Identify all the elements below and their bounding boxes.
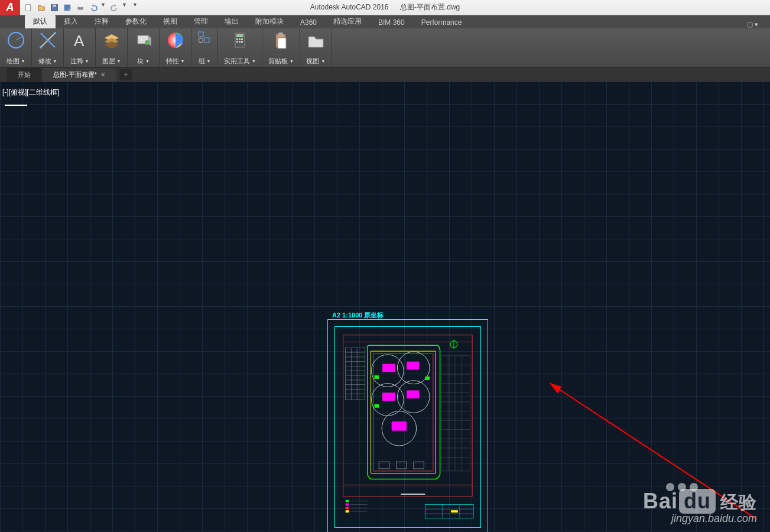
svg-rect-23 (241, 38, 243, 40)
svg-line-7 (16, 37, 22, 40)
svg-text:A: A (74, 32, 85, 50)
svg-rect-21 (236, 38, 238, 40)
svg-point-18 (199, 38, 203, 43)
ribbon-tab-addins[interactable]: 附加模块 (247, 15, 292, 28)
close-icon[interactable]: ✕ (100, 72, 105, 78)
viewport-label[interactable]: [-][俯视][二维线框] (2, 87, 59, 98)
svg-point-10 (40, 46, 42, 48)
drawing-canvas[interactable]: [-][俯视][二维线框] A2 1:1000 原坐标 (0, 82, 770, 532)
panel-annot-label: 注释 (70, 57, 83, 66)
svg-rect-45 (374, 404, 379, 408)
properties-icon (166, 31, 185, 50)
wm-brand: Bai (643, 489, 678, 513)
svg-point-14 (145, 40, 150, 45)
panel-clipboard[interactable]: 剪贴板▼ (262, 28, 300, 67)
qat-saveas-icon[interactable] (61, 2, 73, 14)
tab-document[interactable]: 总图-平面布置* ✕ (43, 68, 116, 82)
svg-point-11 (54, 32, 56, 34)
qat-save-icon[interactable] (48, 2, 60, 14)
group-icon (197, 31, 212, 45)
qat-new-icon[interactable] (22, 2, 34, 14)
svg-rect-47 (441, 356, 470, 471)
svg-rect-20 (236, 34, 243, 37)
svg-rect-78 (397, 462, 407, 469)
panel-block-label: 块 (137, 57, 144, 66)
window-title: Autodesk AutoCAD 2016 总图-平面布置.dwg (310, 2, 460, 12)
svg-rect-22 (239, 38, 241, 40)
svg-rect-26 (241, 41, 243, 43)
app-name: Autodesk AutoCAD 2016 (310, 3, 389, 11)
panel-block[interactable]: 块▼ (128, 28, 160, 67)
panel-annotation[interactable]: A 注释▼ (64, 28, 96, 67)
ribbon-tab-featured[interactable]: 精选应用 (325, 15, 370, 28)
panel-modify[interactable]: 修改▼ (32, 28, 64, 67)
svg-rect-40 (407, 362, 419, 370)
ribbon-tab-insert[interactable]: 插入 (56, 15, 86, 28)
svg-rect-28 (278, 33, 283, 35)
panel-view-label: 视图 (306, 57, 319, 66)
svg-rect-41 (382, 392, 395, 401)
qat-redo-icon[interactable] (109, 2, 121, 14)
svg-rect-86 (346, 510, 349, 512)
ribbon-tab-bim360[interactable]: BIM 360 (370, 17, 413, 28)
panel-properties[interactable]: 特性▼ (160, 28, 191, 67)
panel-prop-label: 特性 (166, 57, 179, 66)
app-logo[interactable]: A (0, 0, 20, 15)
file-name: 总图-平面布置.dwg (400, 3, 460, 11)
ribbon-tab-view[interactable]: 视图 (155, 15, 186, 28)
panel-utilities[interactable]: 实用工具▼ (218, 28, 262, 67)
svg-rect-93 (451, 510, 458, 512)
panel-view[interactable]: 视图▼ (300, 28, 332, 67)
svg-rect-5 (79, 5, 82, 7)
panel-draw-label: 绘图 (7, 57, 20, 66)
panel-draw[interactable]: 绘图▼ (0, 28, 32, 67)
ucs-icon (5, 100, 28, 110)
qat-open-icon[interactable] (35, 2, 47, 14)
svg-rect-44 (374, 375, 379, 379)
ribbon-tab-annotate[interactable]: 注释 (86, 15, 117, 28)
svg-rect-79 (414, 462, 424, 469)
ribbon-minimize[interactable]: ▢ ▾ (747, 21, 758, 28)
ribbon-tab-output[interactable]: 输出 (216, 15, 247, 28)
ribbon-tab-a360[interactable]: A360 (292, 17, 325, 28)
panel-group[interactable]: 组▼ (191, 28, 218, 67)
folder-view-icon (306, 31, 325, 50)
svg-rect-0 (26, 4, 31, 11)
drawing-content (339, 330, 477, 521)
ribbon-tab-default[interactable]: 默认 (25, 15, 56, 28)
text-icon: A (70, 31, 89, 50)
svg-rect-39 (382, 364, 395, 372)
quick-access-toolbar: ▼ ▼ ▼ (22, 2, 139, 14)
ribbon-tab-manage[interactable]: 管理 (186, 15, 216, 28)
tab-add-button[interactable]: + (119, 69, 132, 80)
tab-start[interactable]: 开始 (7, 68, 41, 82)
panel-modify-label: 修改 (38, 57, 51, 66)
title-bar: A ▼ ▼ ▼ Autodesk AutoCAD 2016 总图-平面布置.dw… (0, 0, 770, 15)
svg-rect-31 (343, 335, 472, 497)
watermark: Baidu经验 jingyan.baidu.com (643, 483, 757, 525)
qat-undo-icon[interactable] (87, 2, 99, 14)
draw-circle-icon (7, 31, 25, 50)
qat-redo-dropdown[interactable]: ▼ (122, 2, 129, 14)
panel-util-label: 实用工具 (224, 57, 250, 66)
qat-print-icon[interactable] (74, 2, 86, 14)
ribbon-tab-performance[interactable]: Performance (413, 17, 470, 28)
qat-customize-dropdown[interactable]: ▼ (132, 2, 139, 14)
svg-rect-43 (392, 421, 407, 431)
ribbon-tab-parametric[interactable]: 参数化 (117, 15, 155, 28)
calculator-icon (230, 31, 249, 50)
tab-start-label: 开始 (18, 70, 31, 79)
document-tabs: 开始 总图-平面布置* ✕ + (0, 67, 770, 82)
svg-rect-42 (407, 390, 419, 398)
block-icon (134, 31, 153, 50)
panel-layer[interactable]: 图层▼ (96, 28, 128, 67)
wm-exp: 经验 (720, 492, 757, 512)
qat-undo-dropdown[interactable]: ▼ (100, 2, 108, 14)
layer-icon (102, 31, 121, 50)
ribbon: 绘图▼ 修改▼ A 注释▼ 图层▼ 块▼ 特性▼ 组▼ 实用工具▼ 剪贴板▼ 视… (0, 28, 770, 67)
svg-rect-25 (239, 41, 241, 43)
svg-rect-2 (53, 4, 56, 7)
svg-rect-46 (425, 377, 430, 380)
svg-rect-16 (199, 32, 203, 37)
sheet-label: A2 1:1000 原坐标 (332, 311, 384, 320)
